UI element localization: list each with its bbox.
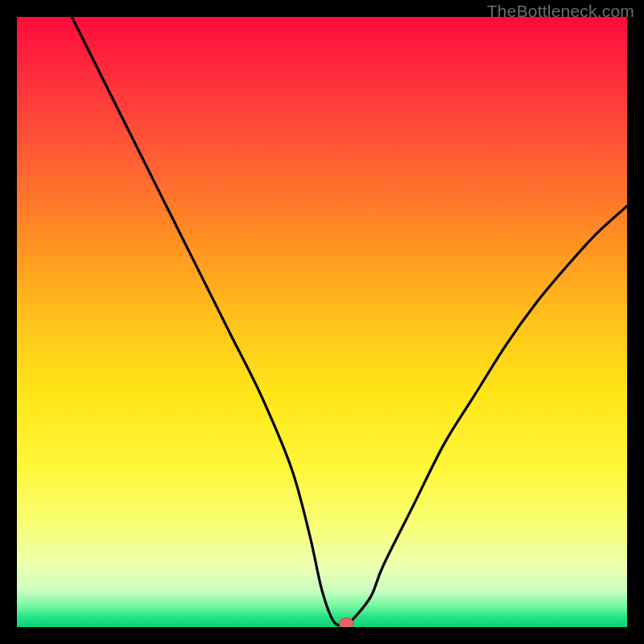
- gradient-background: [17, 17, 627, 627]
- bottleneck-chart-svg: [17, 17, 627, 627]
- plot-area: [17, 17, 627, 627]
- chart-frame: TheBottleneck.com: [0, 0, 644, 644]
- watermark-text: TheBottleneck.com: [487, 2, 634, 21]
- optimal-point-marker: [339, 617, 353, 627]
